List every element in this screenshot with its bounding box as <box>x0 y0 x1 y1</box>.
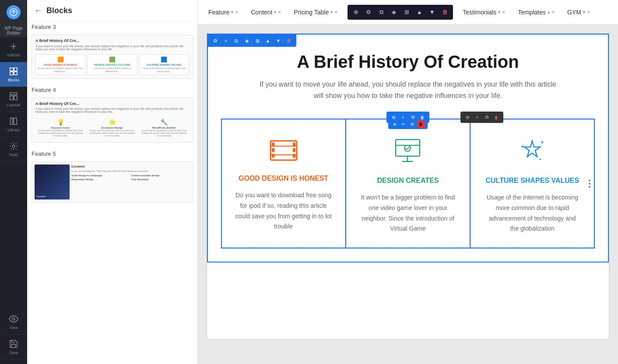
feature-card-2: ⊕ ✏ ⧉ 🗑 <box>345 119 470 248</box>
card2-icon-wrapper <box>359 137 456 166</box>
nav-item-content[interactable]: Content ▾ ✕ <box>245 5 288 19</box>
sidebar-label-blocks: Blocks <box>8 78 20 82</box>
feature-cards-row: GOOD DESIGN IS HONEST Do you want to dow… <box>221 119 595 248</box>
svg-rect-21 <box>293 148 295 152</box>
nav-chevron-pricing: ✕ <box>334 10 338 14</box>
column-menu-dots[interactable] <box>589 180 590 188</box>
toolbar-move-down[interactable]: ▼ <box>426 7 438 18</box>
toolbar-columns[interactable]: ⊞ <box>401 7 412 18</box>
card3-icon-wrapper <box>484 137 581 166</box>
svg-point-12 <box>12 145 15 147</box>
cards-row-outer: ⚙ + ⧉ 🗑 ⚙ + ⧉ 🗑 <box>221 119 595 248</box>
block-preview-feature3[interactable]: ↗↗ VIEW BLOCK A Brief History Of Cre... … <box>32 35 193 79</box>
sidebar-label-tools: Tools <box>9 153 18 157</box>
sidebar-label-save: Save <box>9 350 18 355</box>
sidebar-item-tools[interactable]: Tools <box>0 137 27 162</box>
toolbar-move[interactable]: ⊕ <box>350 7 362 18</box>
nav-item-testimonials[interactable]: Testimonials ▾ ✕ <box>456 5 512 19</box>
card1-icon-wrapper <box>235 137 332 164</box>
section-toolbar-hide[interactable]: ◈ <box>242 36 252 46</box>
section-toolbar-clone[interactable]: ⧉ <box>232 36 241 46</box>
col-toolbar-clone[interactable]: ⧉ <box>482 113 491 122</box>
toolbar-settings[interactable]: ⚙ <box>363 7 374 18</box>
left-sidebar: WP Page Builder Addons Blocks Layouts <box>0 0 27 364</box>
nav-caret-testimonials: ▾ <box>498 10 500 14</box>
board-icon <box>393 137 422 166</box>
nav-label-pricing: Pricing Table <box>294 9 329 16</box>
nav-caret-gym: ▾ <box>583 10 585 14</box>
card2-title: DESIGN CREATES <box>359 176 456 186</box>
nav-item-templates[interactable]: Templates ▴ ✕ <box>512 5 561 19</box>
toolbar-link[interactable]: ◈ <box>388 7 400 18</box>
nav-chevron-feature: ✕ <box>235 10 239 14</box>
toolbar-clone[interactable]: ⧉ <box>376 7 387 18</box>
svg-rect-4 <box>14 68 17 71</box>
nav-toolbar: ⊕ ⚙ ⧉ ◈ ⊞ ▲ ▼ 🗑 <box>348 5 453 20</box>
column-toolbar: ⚙ + ⧉ 🗑 <box>460 112 503 123</box>
nav-caret-pricing: ▾ <box>330 10 333 14</box>
nav-item-feature[interactable]: Feature ▾ ✕ <box>202 5 245 19</box>
svg-rect-3 <box>10 68 13 71</box>
nav-label-feature: Feature <box>208 9 229 16</box>
sidebar-item-layouts[interactable]: Layouts <box>0 87 27 112</box>
svg-rect-11 <box>14 118 17 125</box>
section-toolbar-add[interactable]: + <box>221 36 231 46</box>
card2-toolbar-edit[interactable]: ✏ <box>400 120 407 128</box>
film-icon <box>268 137 299 164</box>
canvas-area[interactable]: ⚙ + ⧉ ◈ ⊞ ▲ ▼ 🗑 A Brief History Of Creat… <box>198 24 618 364</box>
svg-rect-9 <box>14 96 17 100</box>
section-toolbar-up[interactable]: ▲ <box>263 36 273 46</box>
section-toolbar-down[interactable]: ▼ <box>274 36 283 46</box>
blocks-list: Feature 3 ↗↗ VIEW BLOCK A Brief History … <box>27 22 197 364</box>
sidebar-nav: Addons Blocks Layouts Library <box>0 37 27 310</box>
svg-rect-10 <box>11 118 13 125</box>
card2-toolbar-clone[interactable]: ⧉ <box>408 120 416 128</box>
canvas-page: ⚙ + ⧉ ◈ ⊞ ▲ ▼ 🗑 A Brief History Of Creat… <box>207 33 609 340</box>
block-preview-content-feature3: A Brief History Of Cre... If you want to… <box>32 35 193 78</box>
blocks-panel: ← Blocks Feature 3 ↗↗ VIEW BLOCK A Brief… <box>27 0 198 364</box>
block-label-feature4: Feature 4 <box>32 85 193 95</box>
block-preview-feature4[interactable]: ↗VIEW BLOCK A Brief History Of Cre... If… <box>32 98 193 143</box>
sidebar-item-blocks[interactable]: Blocks <box>0 62 27 87</box>
col-toolbar-settings[interactable]: ⚙ <box>463 113 472 122</box>
nav-label-templates: Templates <box>518 9 546 16</box>
nav-chevron-testimonials: ✕ <box>502 10 506 14</box>
app-title: WP Page Builder <box>0 24 27 37</box>
card2-toolbar-move[interactable]: ⊕ <box>391 120 399 128</box>
card2-toolbar: ⊕ ✏ ⧉ 🗑 <box>388 119 428 129</box>
feature-card-3: CULTURE SHAPES VALUES Usage of the Inter… <box>471 119 594 248</box>
sidebar-item-addons[interactable]: Addons <box>0 37 27 62</box>
svg-rect-17 <box>272 143 274 146</box>
col-toolbar-add[interactable]: + <box>473 113 481 122</box>
block-label-feature5: Feature 5 <box>32 149 193 159</box>
toolbar-move-up[interactable]: ▲ <box>414 7 425 18</box>
sidebar-item-library[interactable]: Library <box>0 112 27 137</box>
card2-toolbar-delete[interactable]: 🗑 <box>417 120 425 128</box>
block-preview-content-feature5: Content Content If you are looking for. … <box>32 162 193 202</box>
block-preview-content-feature4: A Brief History Of Cre... If you want to… <box>32 98 193 142</box>
svg-rect-5 <box>10 72 13 75</box>
sidebar-label-layouts: Layouts <box>7 103 21 107</box>
col-toolbar-delete[interactable]: 🗑 <box>492 113 501 122</box>
nav-item-pricing[interactable]: Pricing Table ▾ ✕ <box>288 5 344 19</box>
section-toolbar-move[interactable]: ⊞ <box>253 36 262 46</box>
card1-title: GOOD DESIGN IS HONEST <box>235 174 332 183</box>
toolbar-delete[interactable]: 🗑 <box>439 7 450 18</box>
nav-item-gym[interactable]: GYM ▾ ✕ <box>561 5 597 19</box>
block-preview-feature5[interactable]: ↗VIEW BLOCK Content Content If you are l… <box>32 161 193 203</box>
sidebar-item-view[interactable]: View <box>0 310 27 335</box>
sidebar-label-addons: Addons <box>7 53 21 57</box>
feature-section: A Brief History Of Creation If you want … <box>208 35 608 262</box>
top-nav: Feature ▾ ✕ Content ▾ ✕ Pricing Table ▾ … <box>198 0 618 24</box>
sidebar-item-save[interactable]: Save <box>0 335 27 360</box>
blocks-header: ← Blocks <box>27 0 197 22</box>
blocks-back-button[interactable]: ← <box>34 6 42 15</box>
section-toolbar-settings[interactable]: ⚙ <box>211 36 220 46</box>
sidebar-label-view: View <box>9 326 18 330</box>
main-area: Feature ▾ ✕ Content ▾ ✕ Pricing Table ▾ … <box>198 0 618 364</box>
block-item-feature4: Feature 4 ↗VIEW BLOCK A Brief History Of… <box>32 85 193 143</box>
nav-label-gym: GYM <box>567 9 581 16</box>
card1-text: Do you want to download free song for ip… <box>235 190 332 232</box>
nav-chevron-gym: ✕ <box>587 10 590 14</box>
section-toolbar-delete[interactable]: 🗑 <box>284 36 294 46</box>
